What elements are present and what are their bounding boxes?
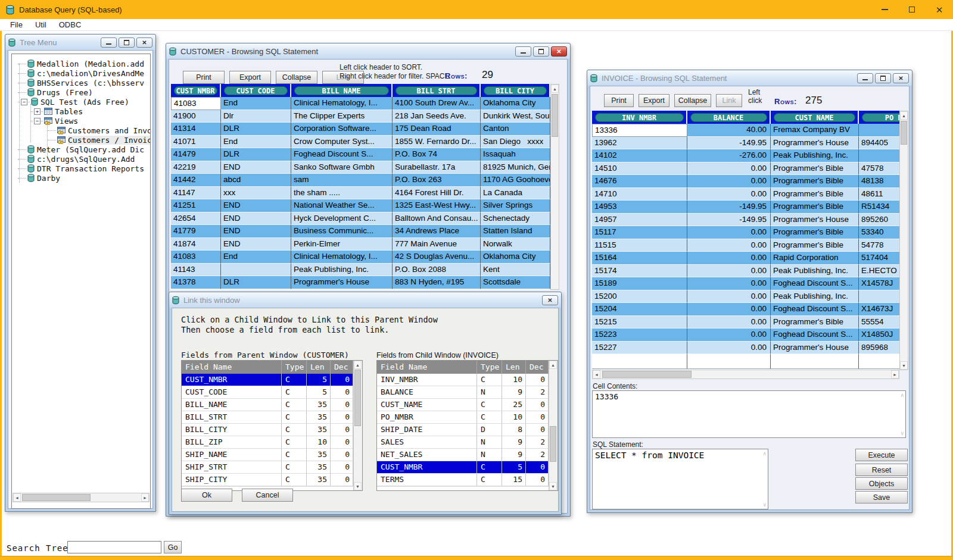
cell[interactable]: 0.00: [687, 188, 771, 201]
scroll-left-icon[interactable]: ◄: [593, 370, 600, 378]
field-row[interactable]: PO_NMBRC100: [377, 411, 558, 424]
minimize-button[interactable]: [101, 37, 117, 48]
cell[interactable]: 15200: [592, 290, 687, 304]
cell[interactable]: 0.00: [687, 226, 771, 239]
cell[interactable]: 41779: [171, 225, 221, 238]
close-button[interactable]: ✕: [542, 295, 558, 305]
cell[interactable]: Canton: [481, 123, 550, 136]
minimize-icon[interactable]: [871, 0, 898, 19]
cell[interactable]: Programmer's House: [771, 342, 859, 355]
cell[interactable]: 34 Andrews Place: [393, 225, 481, 238]
cell[interactable]: 14957: [592, 214, 687, 227]
tree-menu-titlebar[interactable]: Tree Menu ✕: [5, 35, 155, 50]
customer-vertical-scrollbar[interactable]: ▲: [550, 84, 559, 290]
field-row[interactable]: SHIP_NAMEC350: [182, 449, 362, 461]
scrollbar-thumb[interactable]: [354, 370, 361, 426]
cell[interactable]: END: [221, 212, 291, 226]
cell[interactable]: The Clipper Experts: [291, 110, 393, 123]
column-header[interactable]: BILL_STRT: [393, 84, 481, 97]
cell[interactable]: 41083: [171, 251, 221, 264]
cell[interactable]: P.O. Box 2088: [393, 264, 481, 277]
reset-button[interactable]: Reset: [855, 464, 908, 476]
cell[interactable]: 54778: [859, 239, 899, 252]
cell[interactable]: Clinical Hematology, I...: [291, 251, 393, 264]
cell[interactable]: Peak Publishing, Inc.: [771, 149, 859, 162]
cell[interactable]: 0.00: [687, 252, 771, 265]
go-button[interactable]: Go: [164, 541, 182, 553]
invoice-titlebar[interactable]: INVOICE - Browsing SQL Statement ✕: [587, 70, 912, 86]
field-row[interactable]: TERMSC150: [377, 474, 558, 486]
scrollbar-thumb[interactable]: [552, 94, 558, 137]
cell[interactable]: 1855 W. Fernardo Dr...: [393, 136, 481, 149]
column-header[interactable]: CUST_NAME: [771, 111, 859, 124]
scroll-right-icon[interactable]: ►: [891, 370, 899, 378]
cell[interactable]: Norwalk: [481, 238, 550, 251]
cell[interactable]: [221, 264, 291, 277]
cell[interactable]: End: [221, 136, 291, 149]
expand-icon[interactable]: +: [34, 108, 41, 115]
maximize-icon[interactable]: [898, 0, 926, 19]
field-row[interactable]: BILL_STRTC350: [182, 411, 362, 424]
cell[interactable]: 0.00: [687, 316, 771, 329]
ok-button[interactable]: Ok: [181, 489, 232, 502]
print-button[interactable]: Print: [604, 94, 634, 107]
cell[interactable]: Dunkirk West, South: [481, 110, 550, 123]
cell[interactable]: 15174: [592, 265, 687, 278]
cell[interactable]: 15204: [592, 303, 687, 316]
cell[interactable]: 41143: [171, 264, 221, 277]
tree-horizontal-scrollbar[interactable]: ◄ ►: [13, 493, 150, 502]
cell[interactable]: Programmer's Bible: [771, 175, 859, 188]
cell[interactable]: Foghead Discount S...: [771, 329, 859, 342]
scroll-up-icon[interactable]: ▲: [551, 85, 559, 93]
cell[interactable]: Silver Springs: [481, 199, 550, 212]
column-header[interactable]: BALANCE: [687, 111, 771, 124]
cell[interactable]: Programmer's House: [291, 276, 393, 289]
cell[interactable]: [859, 290, 899, 304]
cell[interactable]: 0.00: [687, 290, 771, 304]
field-row[interactable]: INV_NMBRC100: [377, 374, 558, 386]
tree-item[interactable]: Medallion (Medalion.add: [12, 59, 150, 68]
tree-item[interactable]: −SQL Test (Ads Free): [12, 97, 150, 107]
cell[interactable]: 883 N Hyden, #195: [393, 276, 481, 289]
field-row[interactable]: BILL_CITYC350: [182, 424, 362, 436]
cell[interactable]: Hyck Development C...: [291, 212, 393, 226]
scrollbar-thumb[interactable]: [602, 371, 692, 378]
cell[interactable]: DLR: [221, 123, 291, 136]
cell[interactable]: Peak Publishing, Inc.: [291, 264, 393, 277]
cell[interactable]: 15164: [592, 252, 687, 265]
cell[interactable]: Programmer's Bible: [771, 162, 859, 176]
print-button[interactable]: Print: [183, 71, 225, 84]
cell[interactable]: Foghead Discount S...: [291, 148, 393, 161]
scroll-up-icon[interactable]: ▲: [354, 361, 362, 369]
cell[interactable]: Programmer's Bible: [771, 226, 859, 239]
cell[interactable]: -149.95: [687, 137, 771, 150]
cell[interactable]: 895968: [859, 342, 899, 355]
cell[interactable]: P.O. Box 263: [393, 174, 481, 187]
cell[interactable]: 894405: [859, 137, 899, 150]
cell[interactable]: 41378: [171, 276, 221, 289]
cell[interactable]: 4164 Forest Hill Dr.: [393, 187, 481, 200]
field-row[interactable]: BILL_NAMEC350: [182, 399, 362, 411]
field-row[interactable]: SALESN92: [377, 436, 558, 449]
cell[interactable]: END: [221, 161, 291, 174]
cell[interactable]: 0.00: [687, 303, 771, 316]
link-dialog-titlebar[interactable]: Link this window ✕: [169, 292, 561, 308]
save-button[interactable]: Save: [855, 491, 908, 503]
tree-item[interactable]: BHSServices (c:\bhsserv: [12, 78, 150, 87]
cell[interactable]: 0.00: [687, 175, 771, 188]
cell[interactable]: 175 Dean Road: [393, 123, 481, 136]
export-button[interactable]: Export: [639, 94, 669, 107]
close-button[interactable]: ✕: [136, 37, 152, 48]
invoice-horizontal-scrollbar[interactable]: ◄ ►: [592, 370, 899, 379]
cell[interactable]: 14710: [592, 188, 687, 201]
column-header[interactable]: BILL_CITY: [481, 84, 550, 97]
cell[interactable]: 41071: [171, 136, 221, 149]
cell[interactable]: 0.00: [687, 329, 771, 342]
cell[interactable]: E.HECTO: [859, 265, 899, 278]
menu-util[interactable]: Util: [33, 20, 49, 29]
cell[interactable]: 42219: [171, 161, 221, 174]
cell[interactable]: the sham .....: [291, 187, 393, 200]
menu-odbc[interactable]: ODBC: [57, 20, 84, 29]
scroll-up-icon[interactable]: ∧: [900, 392, 904, 398]
cell[interactable]: Sanko Software Gmbh: [291, 161, 393, 174]
